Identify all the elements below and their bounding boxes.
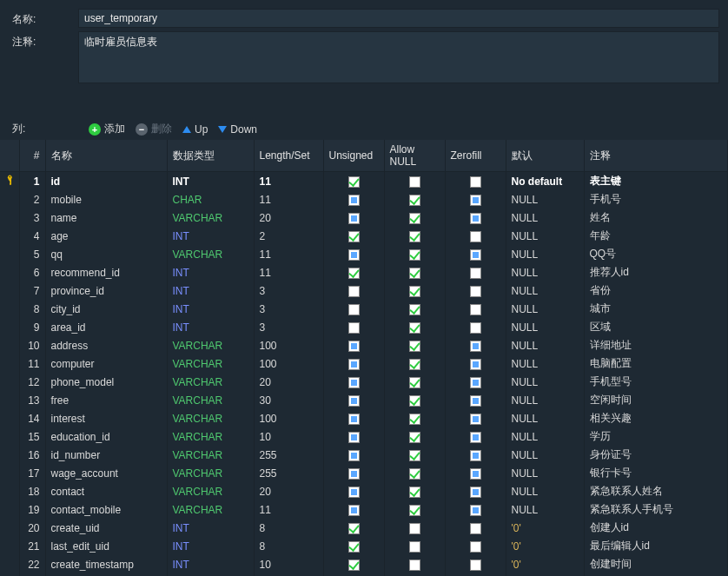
cell-default[interactable]: '0' xyxy=(506,555,584,573)
cell-unsigned[interactable] xyxy=(323,281,384,300)
col-unsigned-header[interactable]: Unsigned xyxy=(323,140,384,172)
cell-default[interactable]: NULL xyxy=(506,245,584,263)
cell-comment[interactable]: 姓名 xyxy=(584,209,728,227)
cell-name[interactable]: mobile xyxy=(45,190,167,209)
cell-length[interactable]: 20 xyxy=(254,209,323,227)
cell-comment[interactable]: 相关兴趣 xyxy=(584,409,728,427)
cell-comment[interactable]: 推荐人id xyxy=(584,263,728,281)
checkbox[interactable] xyxy=(470,195,481,206)
checkbox[interactable] xyxy=(348,432,360,443)
cell-allownull[interactable] xyxy=(384,409,445,427)
cell-default[interactable]: NULL xyxy=(506,409,584,427)
checkbox[interactable] xyxy=(348,559,360,571)
cell-default[interactable]: NULL xyxy=(506,354,584,373)
cell-name[interactable]: qq xyxy=(45,245,167,263)
checkbox[interactable] xyxy=(409,523,420,534)
cell-zerofill[interactable] xyxy=(445,245,506,263)
checkbox[interactable] xyxy=(409,195,420,206)
cell-name[interactable]: last_edit_uid xyxy=(45,537,167,555)
cell-length[interactable]: 2 xyxy=(254,227,323,245)
cell-unsigned[interactable] xyxy=(323,190,384,209)
cell-allownull[interactable] xyxy=(384,281,445,300)
checkbox[interactable] xyxy=(409,268,420,279)
cell-allownull[interactable] xyxy=(384,464,445,482)
cell-name[interactable]: city_id xyxy=(45,300,167,318)
cell-unsigned[interactable] xyxy=(323,446,384,464)
cell-unsigned[interactable] xyxy=(323,227,384,245)
checkbox[interactable] xyxy=(470,176,481,188)
cell-comment[interactable]: 区域 xyxy=(584,318,728,336)
cell-zerofill[interactable] xyxy=(445,537,506,555)
checkbox[interactable] xyxy=(348,450,360,461)
table-row[interactable]: 12phone_modelVARCHAR20NULL手机型号 xyxy=(0,373,728,391)
cell-unsigned[interactable] xyxy=(323,318,384,336)
cell-allownull[interactable] xyxy=(384,391,445,409)
cell-datatype[interactable]: INT xyxy=(167,281,254,300)
cell-unsigned[interactable] xyxy=(323,300,384,318)
cell-allownull[interactable] xyxy=(384,537,445,555)
cell-datatype[interactable]: INT xyxy=(167,519,254,537)
col-key-header[interactable] xyxy=(0,140,19,172)
cell-name[interactable]: id_number xyxy=(45,446,167,464)
cell-unsigned[interactable] xyxy=(323,555,384,573)
checkbox[interactable] xyxy=(470,322,481,334)
checkbox[interactable] xyxy=(409,322,420,334)
cell-default[interactable]: NULL xyxy=(506,464,584,482)
cell-length[interactable]: 100 xyxy=(254,409,323,427)
table-row[interactable]: 2mobileCHAR11NULL手机号 xyxy=(0,190,728,209)
cell-allownull[interactable] xyxy=(384,446,445,464)
checkbox[interactable] xyxy=(409,359,420,370)
table-row[interactable]: 5qqVARCHAR11NULLQQ号 xyxy=(0,245,728,263)
checkbox[interactable] xyxy=(470,432,481,443)
checkbox[interactable] xyxy=(409,468,420,480)
cell-allownull[interactable] xyxy=(384,519,445,537)
cell-allownull[interactable] xyxy=(384,300,445,318)
table-comment-input[interactable]: 临时雇员信息表 xyxy=(78,31,719,83)
cell-comment[interactable]: 省份 xyxy=(584,281,728,300)
cell-allownull[interactable] xyxy=(384,263,445,281)
cell-length[interactable]: 3 xyxy=(254,300,323,318)
cell-unsigned[interactable] xyxy=(323,245,384,263)
cell-datatype[interactable]: VARCHAR xyxy=(167,391,254,409)
cell-allownull[interactable] xyxy=(384,245,445,263)
cell-default[interactable]: NULL xyxy=(506,391,584,409)
cell-unsigned[interactable] xyxy=(323,373,384,391)
checkbox[interactable] xyxy=(470,450,481,461)
cell-default[interactable]: No default xyxy=(506,172,584,191)
cell-length[interactable]: 11 xyxy=(254,245,323,263)
checkbox[interactable] xyxy=(348,322,360,334)
checkbox[interactable] xyxy=(470,468,481,480)
table-row[interactable]: 20create_uidINT8'0'创建人id xyxy=(0,519,728,537)
cell-datatype[interactable]: CHAR xyxy=(167,190,254,209)
checkbox[interactable] xyxy=(470,268,481,279)
cell-unsigned[interactable] xyxy=(323,354,384,373)
checkbox[interactable] xyxy=(470,231,481,242)
checkbox[interactable] xyxy=(348,359,360,370)
checkbox[interactable] xyxy=(470,487,481,498)
checkbox[interactable] xyxy=(409,249,420,261)
checkbox[interactable] xyxy=(348,286,360,297)
down-button[interactable]: Down xyxy=(218,123,257,136)
checkbox[interactable] xyxy=(470,414,481,425)
table-row[interactable]: 6recommend_idINT11NULL推荐人id xyxy=(0,263,728,281)
checkbox[interactable] xyxy=(348,249,360,261)
cell-datatype[interactable]: INT xyxy=(167,300,254,318)
cell-default[interactable]: '0' xyxy=(506,519,584,537)
col-length-header[interactable]: Length/Set xyxy=(254,140,323,172)
cell-name[interactable]: contact_mobile xyxy=(45,500,167,519)
table-row[interactable]: 8city_idINT3NULL城市 xyxy=(0,300,728,318)
checkbox[interactable] xyxy=(409,487,420,498)
cell-name[interactable]: interest xyxy=(45,409,167,427)
checkbox[interactable] xyxy=(409,414,420,425)
cell-comment[interactable]: 电脑配置 xyxy=(584,354,728,373)
cell-datatype[interactable]: VARCHAR xyxy=(167,245,254,263)
cell-length[interactable]: 30 xyxy=(254,391,323,409)
cell-datatype[interactable]: VARCHAR xyxy=(167,464,254,482)
cell-datatype[interactable]: VARCHAR xyxy=(167,409,254,427)
checkbox[interactable] xyxy=(348,195,360,206)
col-name-header[interactable]: 名称 xyxy=(45,140,167,172)
cell-allownull[interactable] xyxy=(384,482,445,500)
cell-name[interactable]: contact xyxy=(45,482,167,500)
cell-allownull[interactable] xyxy=(384,555,445,573)
cell-zerofill[interactable] xyxy=(445,172,506,191)
